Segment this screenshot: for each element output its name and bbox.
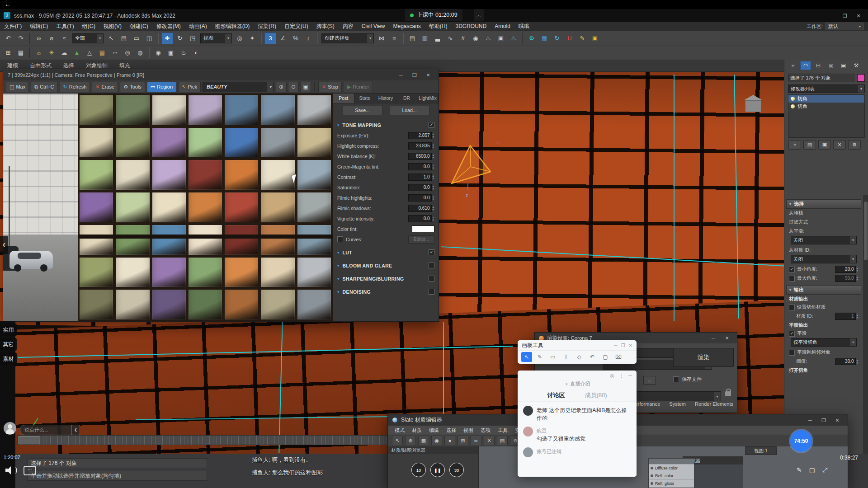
cone-icon[interactable]: △ [84, 47, 95, 59]
corona-interactive-icon[interactable]: ▦ [538, 33, 550, 44]
close-button[interactable]: ✕ [721, 334, 733, 342]
tree-icon[interactable]: ▲ [71, 47, 83, 59]
render-production-icon[interactable]: ♨ [508, 33, 519, 44]
param-spinner[interactable]: 0.0▲▼ [408, 184, 434, 191]
time-slider[interactable] [17, 435, 390, 445]
sky-icon[interactable]: ☁ [58, 47, 70, 59]
region-button[interactable]: ▭Region [147, 82, 176, 92]
pen-tool-icon[interactable]: ✎ [534, 352, 545, 362]
unlink-icon[interactable]: ⌀ [46, 33, 57, 44]
close-button[interactable]: ✕ [629, 343, 632, 348]
slate-grid-icon[interactable]: ⊞ [458, 436, 468, 446]
param-spinner[interactable]: 0.610▲▼ [408, 205, 434, 212]
section-bloom-and-glare[interactable]: ▾BLOOM AND GLARE [333, 260, 439, 271]
maximize-button[interactable]: ❐ [839, 12, 851, 20]
close-button[interactable]: ✕ [422, 71, 434, 79]
spline-curve[interactable] [674, 75, 675, 321]
spinner-arrows[interactable]: ▲▼ [432, 206, 434, 211]
menu-动画(A)[interactable]: 动画(A) [185, 22, 211, 31]
from-matid-dropdown[interactable]: 关闭▾ [791, 255, 857, 263]
window-crossing-icon[interactable]: ◫ [143, 33, 155, 44]
slate-material-icon[interactable]: ◉ [431, 436, 442, 446]
menu-帮助(H)[interactable]: 帮助(H) [425, 22, 452, 31]
slate-delete-icon[interactable]: ✕ [484, 436, 495, 446]
modify-tab-icon[interactable]: ◠ [800, 61, 811, 70]
wire-color-swatch[interactable] [857, 74, 865, 82]
rs-tab-system[interactable]: System [669, 401, 686, 407]
slate-view-tab[interactable]: 视图 1 [745, 446, 777, 455]
maximize-button[interactable]: ❐ [818, 416, 830, 424]
select-link-icon[interactable]: ∞ [33, 33, 45, 44]
viewcube[interactable] [744, 95, 763, 113]
smooth-adjacent-checkbox[interactable] [789, 350, 795, 356]
slate-pick-icon[interactable]: ⊕ [405, 436, 416, 446]
spinner-arrows[interactable]: ▲▼ [432, 216, 434, 221]
slate-menu-编辑[interactable]: 编辑 [426, 427, 442, 434]
time-slider-handle[interactable] [19, 436, 39, 444]
curves-checkbox[interactable] [337, 236, 343, 242]
node-connector-icon[interactable] [651, 467, 653, 469]
slate-menu-选项[interactable]: 选项 [477, 427, 494, 434]
snap-toggle-icon[interactable]: 3 [264, 33, 276, 44]
spinner-arrows[interactable]: ▲▼ [432, 185, 434, 190]
menu-图形编辑器(D)[interactable]: 图形编辑器(D) [211, 22, 254, 31]
spinner-arrows[interactable]: ▲▼ [856, 314, 859, 319]
node-slot-refl-gloss[interactable]: Refl. gloss [649, 479, 694, 487]
selection-gizmo[interactable] [445, 139, 495, 191]
sidebar-tab-其它[interactable]: 其它 [0, 338, 17, 351]
menu-哦哦[interactable]: 哦哦 [514, 22, 533, 31]
slate-select-icon[interactable]: ↖ [392, 436, 403, 446]
spinner-arrows[interactable]: ▲▼ [432, 154, 434, 159]
object-name-field[interactable]: 选择了 176 个 对象 [788, 74, 854, 82]
named-selection-sets-dropdown[interactable]: 创建选择集▾ [321, 33, 374, 43]
bind-spacewarp-icon[interactable]: ≈ [58, 33, 70, 44]
hierarchy-tab-icon[interactable]: ⊟ [813, 61, 824, 70]
select-object-icon[interactable]: ↖ [105, 33, 117, 44]
remove-modifier-icon[interactable]: ✕ [833, 140, 846, 150]
rs-tab-render-elements[interactable]: Render Elements [695, 401, 733, 407]
material-node[interactable]: Diffuse colorRefl. colorRefl. gloss [648, 458, 694, 488]
mini-player-icon[interactable]: ▢ [809, 466, 815, 474]
curve-editor-icon[interactable]: ∿ [444, 33, 456, 44]
show-end-result-icon[interactable]: ▤ [803, 140, 816, 150]
annotate-icon[interactable]: ✎ [797, 466, 802, 474]
percent-snap-icon[interactable]: % [290, 33, 302, 44]
render-button-large[interactable]: 渲染 [673, 348, 734, 367]
corona-vfb-icon[interactable]: ⚙ [526, 33, 538, 44]
spinner-arrows[interactable]: ▲▼ [856, 267, 859, 272]
close-button[interactable]: ✕ [853, 12, 864, 20]
set-chamfer-mat-checkbox[interactable] [789, 305, 795, 310]
live-intro-tab[interactable]: ＋ 直播介绍 [518, 380, 637, 389]
display-tab-icon[interactable]: ▣ [838, 61, 849, 70]
selection-region-icon[interactable]: ▭ [131, 33, 142, 44]
menu-组(G)[interactable]: 组(G) [78, 22, 99, 31]
capsule-icon[interactable]: ◍ [134, 47, 146, 59]
more-icon[interactable]: ⋮ [619, 373, 624, 379]
use-pivot-center-icon[interactable]: ◎ [234, 33, 245, 44]
spinner-arrows[interactable]: ▲▼ [856, 359, 859, 364]
slate-menu-材质[interactable]: 材质 [409, 427, 425, 434]
angle-snap-icon[interactable]: ∠ [277, 33, 289, 44]
spinner-snap-icon[interactable]: ↕ [302, 33, 314, 44]
close-button[interactable]: ✕ [831, 416, 843, 424]
rect-tool-icon[interactable]: ▭ [547, 352, 558, 362]
minimize-icon[interactable]: ─ [628, 373, 632, 378]
menu-3DGROUND[interactable]: 3DGROUND [452, 22, 491, 31]
section-denoising-checkbox[interactable] [429, 289, 434, 295]
slate-layout-icon[interactable]: ▤ [497, 436, 508, 446]
slate-menu-模式[interactable]: 模式 [392, 427, 408, 434]
light-icon[interactable]: ☼ [33, 47, 45, 59]
select-move-icon[interactable]: ✚ [161, 33, 173, 44]
back-button[interactable]: ← [5, 0, 11, 8]
fullscreen-icon[interactable]: ⤢ [822, 466, 827, 474]
mat-id-spinner[interactable]: 1▲▼ [835, 313, 859, 320]
pick-button[interactable]: ↖Pick [178, 82, 201, 92]
vfb-titlebar[interactable]: 7 | 399x224px (1:1) | Camera: Free Persp… [3, 69, 439, 80]
section-bloom-and-glare-checkbox[interactable] [429, 263, 434, 268]
erase-button[interactable]: ✕Erase [92, 82, 118, 92]
chat-tab-成员(80)[interactable]: 成员(80) [585, 391, 607, 399]
max-angle-spinner[interactable]: 90.0▲▼ [835, 275, 859, 282]
sidebar-tab-实用[interactable]: 实用 [0, 324, 17, 336]
speaker-icon[interactable] [5, 466, 18, 474]
render-pass-dropdown[interactable]: BEAUTY ▾ [203, 82, 274, 92]
